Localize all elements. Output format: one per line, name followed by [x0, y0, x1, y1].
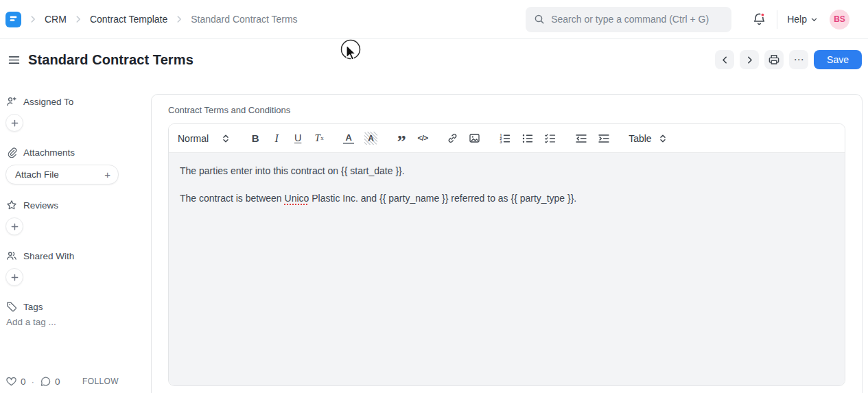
- underline-button[interactable]: U: [292, 130, 303, 147]
- add-share-button[interactable]: [5, 268, 23, 286]
- comment-bubble-icon: [40, 376, 51, 387]
- indent-decrease-icon: [575, 133, 587, 144]
- bold-button[interactable]: B: [250, 130, 261, 147]
- tags-section: Tags Add a tag ...: [5, 301, 145, 327]
- dot-separator: ·: [32, 377, 35, 387]
- bell-icon: [751, 12, 767, 27]
- chevron-up-down-icon[interactable]: [220, 130, 231, 147]
- topbar-divider: [777, 10, 777, 29]
- help-menu[interactable]: Help: [787, 14, 818, 25]
- save-button[interactable]: Save: [814, 50, 862, 69]
- top-navbar: CRM Contract Template Standard Contract …: [0, 0, 868, 39]
- highlight-button[interactable]: A: [364, 132, 377, 145]
- link-button[interactable]: [447, 130, 458, 147]
- printer-icon: [768, 53, 780, 66]
- outdent-button[interactable]: [575, 130, 587, 147]
- paragraph-style-group: Normal: [178, 130, 250, 147]
- chevron-right-icon: [174, 14, 184, 24]
- sidebar-toggle-button[interactable]: [5, 51, 22, 68]
- indent-group: [575, 130, 629, 147]
- page-header-actions: ⋯ Save: [715, 50, 862, 69]
- breadcrumb-item-contract-template[interactable]: Contract Template: [90, 14, 167, 25]
- list-group: 123: [499, 130, 575, 147]
- indent-increase-icon: [598, 133, 610, 144]
- help-label: Help: [787, 14, 807, 25]
- previous-record-button[interactable]: [715, 50, 734, 69]
- paragraph-style-dropdown[interactable]: Normal: [178, 130, 209, 147]
- add-review-button[interactable]: [5, 217, 23, 235]
- app-logo[interactable]: [5, 12, 21, 27]
- user-avatar[interactable]: BS: [830, 10, 849, 29]
- table-dropdown[interactable]: Table: [629, 130, 651, 147]
- chevron-up-down-icon[interactable]: [657, 130, 668, 147]
- code-button[interactable]: </>: [417, 130, 428, 147]
- insert-group: [447, 130, 499, 147]
- shared-with-header: Shared With: [5, 250, 145, 261]
- chevron-right-icon: [744, 55, 755, 65]
- misspelled-word: Unico: [285, 193, 309, 204]
- chain-link-icon: [447, 132, 458, 144]
- blockquote-button[interactable]: ”: [396, 133, 407, 151]
- frappe-logo-icon: [9, 15, 18, 24]
- tags-header: Tags: [5, 301, 145, 312]
- comments-button[interactable]: [40, 376, 51, 387]
- page-title: Standard Contract Terms: [28, 52, 193, 68]
- content-area: Assigned To Attachments Attach File +: [0, 80, 868, 393]
- image-button[interactable]: [469, 130, 480, 147]
- notifications-button[interactable]: [751, 12, 767, 27]
- add-assignee-button[interactable]: [5, 114, 23, 132]
- heart-icon: [5, 376, 17, 387]
- plus-icon: +: [104, 169, 110, 180]
- breadcrumb: CRM Contract Template Standard Contract …: [5, 12, 298, 27]
- clear-format-button[interactable]: Tx: [314, 130, 325, 147]
- search-input[interactable]: [551, 14, 723, 25]
- attachments-label: Attachments: [23, 147, 75, 158]
- follow-button[interactable]: FOLLOW: [82, 377, 119, 386]
- breadcrumb-item-current: Standard Contract Terms: [191, 14, 297, 25]
- avatar-initials: BS: [834, 14, 845, 24]
- chevron-down-icon: [810, 16, 818, 23]
- numbered-list-icon: 123: [499, 133, 511, 144]
- plus-icon: [10, 119, 19, 128]
- breadcrumb-item-crm[interactable]: CRM: [45, 14, 67, 25]
- bullet-list-button[interactable]: [521, 130, 534, 147]
- print-button[interactable]: [764, 50, 784, 69]
- topbar-right: Help BS: [526, 7, 849, 32]
- global-search[interactable]: [526, 7, 731, 32]
- attach-file-button[interactable]: Attach File +: [5, 165, 119, 184]
- block-group: ” </>: [396, 130, 447, 147]
- reviews-section: Reviews: [5, 200, 145, 235]
- sidebar-footer: 0 · 0 FOLLOW: [5, 376, 145, 387]
- more-options-button[interactable]: ⋯: [789, 50, 808, 69]
- tag-icon: [6, 301, 17, 312]
- add-tag-button[interactable]: Add a tag ...: [5, 317, 145, 327]
- attachments-section: Attachments Attach File +: [5, 147, 145, 184]
- chevron-right-icon: [73, 14, 83, 24]
- shared-with-section: Shared With: [5, 250, 145, 286]
- like-button[interactable]: [5, 376, 17, 387]
- field-label: Contract Terms and Conditions: [168, 105, 845, 115]
- italic-button[interactable]: I: [271, 130, 282, 147]
- paragraph: The contract is between Unico Plastic In…: [180, 190, 834, 206]
- color-group: A A: [343, 132, 396, 145]
- editor-content[interactable]: The parties enter into this contract on …: [169, 153, 845, 385]
- task-list-button[interactable]: [544, 130, 556, 147]
- attachments-header: Attachments: [5, 147, 145, 158]
- user-plus-icon: [6, 96, 17, 107]
- indent-button[interactable]: [598, 130, 610, 147]
- assigned-to-label: Assigned To: [23, 97, 73, 107]
- text-color-button[interactable]: A: [343, 133, 354, 144]
- next-record-button[interactable]: [740, 50, 759, 69]
- paperclip-icon: [6, 147, 17, 158]
- users-icon: [6, 250, 17, 261]
- left-sidebar: Assigned To Attachments Attach File +: [0, 80, 151, 393]
- chevron-right-icon: [28, 14, 38, 24]
- star-icon: [6, 200, 17, 211]
- table-group: Table: [629, 130, 668, 147]
- page-header-left: Standard Contract Terms: [5, 51, 193, 68]
- shared-with-label: Shared With: [23, 251, 74, 261]
- attach-file-label: Attach File: [15, 169, 59, 180]
- ordered-list-button[interactable]: 123: [499, 130, 511, 147]
- text-format-group: B I U Tx: [250, 130, 343, 147]
- reviews-header: Reviews: [5, 200, 145, 211]
